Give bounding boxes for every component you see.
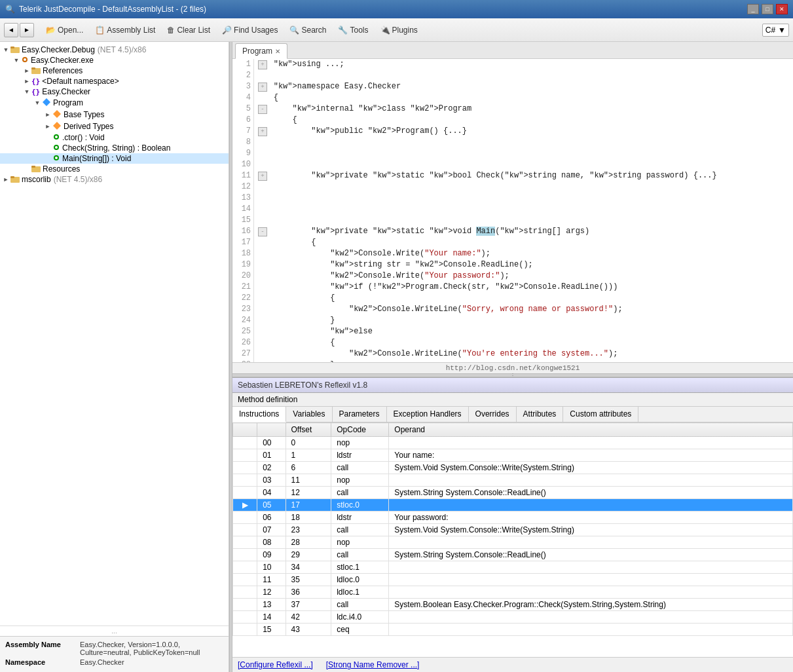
reflexil-tab-attributes[interactable]: Attributes xyxy=(517,407,564,422)
reflexil-tab-variables[interactable]: Variables xyxy=(286,407,332,422)
row-opcode: stloc.1 xyxy=(331,561,389,574)
expand-icon[interactable]: ► xyxy=(24,78,30,84)
row-arrow xyxy=(233,524,257,536)
tree-item-main-method[interactable]: Main(String[]) : Void xyxy=(0,153,229,164)
code-viewer[interactable]: 1+"kw">using ...;23+"kw">namespace Easy.… xyxy=(232,59,793,373)
expand-icon[interactable]: ► xyxy=(3,176,9,183)
search-button[interactable]: 🔍 Search xyxy=(284,23,331,37)
line-expand[interactable]: + xyxy=(254,81,271,92)
line-expand xyxy=(254,115,271,126)
tree-item-references[interactable]: ►References xyxy=(0,65,229,76)
instruction-row[interactable]: 000nop xyxy=(233,437,793,449)
reflexil-tab-instructions[interactable]: Instructions xyxy=(232,407,286,422)
instruction-row[interactable]: 0311nop xyxy=(233,474,793,487)
clear-list-button[interactable]: 🗑 Clear List xyxy=(162,23,215,37)
assembly-list-button[interactable]: 📋 Assembly List xyxy=(90,23,160,37)
tree-area[interactable]: ▼Easy.Checker.Debug(NET 4.5)/x86▼Easy.Ch… xyxy=(0,42,229,625)
instruction-row[interactable]: 1543ceq xyxy=(233,624,793,636)
instruction-row[interactable]: 0618ldstrYour password: xyxy=(233,512,793,524)
line-expand[interactable]: - xyxy=(254,226,271,237)
plugins-button[interactable]: 🔌 Plugins xyxy=(375,23,423,37)
expand-icon[interactable]: ▼ xyxy=(3,47,9,53)
minimize-button[interactable]: _ xyxy=(747,4,759,14)
instruction-row[interactable]: ▶0517stloc.0 xyxy=(233,499,793,512)
code-content: "kw">else xyxy=(271,326,793,337)
configure-reflexil-link[interactable]: [Configure Reflexil ...] xyxy=(238,660,313,669)
tree-item-base-types[interactable]: ►Base Types xyxy=(0,109,229,121)
tree-icon xyxy=(42,98,51,108)
svg-rect-5 xyxy=(31,67,35,69)
line-number: 25 xyxy=(232,326,254,337)
tab-program[interactable]: Program ✕ xyxy=(235,43,287,59)
line-number: 21 xyxy=(232,282,254,293)
line-expand xyxy=(254,159,271,170)
code-content xyxy=(271,137,793,148)
tree-item-ctor[interactable]: .ctor() : Void xyxy=(0,132,229,143)
open-button[interactable]: 📂 Open... xyxy=(41,23,88,37)
tree-item-label: Resources xyxy=(43,164,80,174)
line-expand[interactable]: + xyxy=(254,126,271,137)
instruction-row[interactable]: 011ldstrYour name: xyxy=(233,449,793,462)
bottom-panel: Sebastien LEBRETON's Reflexil v1.8 Metho… xyxy=(232,377,793,672)
tree-icon xyxy=(10,175,20,184)
line-expand[interactable]: + xyxy=(254,59,271,70)
row-offset: 43 xyxy=(286,624,331,636)
toolbar: ◄ ► 📂 Open... 📋 Assembly List 🗑 Clear Li… xyxy=(0,18,793,42)
reflexil-tab-overrides[interactable]: Overrides xyxy=(469,407,517,422)
code-line: 13 xyxy=(232,193,793,204)
tree-item-easy-checker-exe[interactable]: ▼Easy.Checker.exe xyxy=(0,55,229,65)
instruction-row[interactable]: 1034stloc.1 xyxy=(233,561,793,574)
tree-item-check-method[interactable]: Check(String, String) : Boolean xyxy=(0,143,229,153)
tree-item-easy-checker-debug[interactable]: ▼Easy.Checker.Debug(NET 4.5)/x86 xyxy=(0,45,229,55)
instruction-row[interactable]: 1442ldc.i4.0 xyxy=(233,611,793,624)
tree-item-mscorlib[interactable]: ►mscorlib(NET 4.5)/x86 xyxy=(0,174,229,185)
svg-point-14 xyxy=(55,157,58,159)
language-dropdown[interactable]: C# ▼ xyxy=(762,24,789,37)
instruction-row[interactable]: 0723callSystem.Void System.Console::Writ… xyxy=(233,524,793,536)
tree-item-easy-checker-ns[interactable]: ▼{}Easy.Checker xyxy=(0,86,229,97)
reflexil-tab-parameters[interactable]: Parameters xyxy=(333,407,387,422)
code-line: 19 "kw">string str = "kw2">Console.ReadL… xyxy=(232,259,793,271)
strong-name-remover-link[interactable]: [Strong Name Remover ...] xyxy=(326,660,420,669)
tree-item-label: Check(String, String) : Boolean xyxy=(62,143,170,153)
find-usages-button[interactable]: 🔎 Find Usages xyxy=(217,23,283,37)
row-operand xyxy=(389,574,793,586)
expand-icon[interactable]: ► xyxy=(45,123,51,130)
nav-back-button[interactable]: ◄ xyxy=(4,23,18,37)
expand-icon[interactable]: ▼ xyxy=(24,88,30,95)
expand-icon[interactable]: ► xyxy=(45,111,51,118)
tools-label: Tools xyxy=(350,26,368,35)
expand-icon[interactable]: ▼ xyxy=(34,100,41,106)
instruction-row[interactable]: 0929callSystem.String System.Console::Re… xyxy=(233,549,793,561)
instruction-row[interactable]: 1135ldloc.0 xyxy=(233,574,793,586)
code-line: 18 "kw2">Console.Write("Your name:"); xyxy=(232,248,793,259)
instruction-row[interactable]: 0412callSystem.String System.Console::Re… xyxy=(233,487,793,499)
reflexil-tab-custom-attributes[interactable]: Custom attributes xyxy=(563,407,638,422)
line-expand[interactable]: + xyxy=(254,170,271,181)
tree-item-derived-types[interactable]: ►Derived Types xyxy=(0,121,229,132)
tab-close-icon[interactable]: ✕ xyxy=(275,48,280,55)
code-content xyxy=(271,204,793,215)
instruction-row[interactable]: 1337callSystem.Boolean Easy.Checker.Prog… xyxy=(233,599,793,611)
reflexil-tab-exception-handlers[interactable]: Exception Handlers xyxy=(387,407,469,422)
tree-item-resources[interactable]: Resources xyxy=(0,164,229,174)
tree-item-default-namespace[interactable]: ►{}<Default namespace> xyxy=(0,76,229,86)
instruction-row[interactable]: 0828nop xyxy=(233,536,793,549)
expand-icon[interactable]: ▼ xyxy=(13,57,20,64)
line-number: 12 xyxy=(232,181,254,193)
line-expand xyxy=(254,215,271,226)
tree-icon xyxy=(10,45,20,54)
close-button[interactable]: ✕ xyxy=(776,4,788,14)
tree-item-program-class[interactable]: ▼Program xyxy=(0,97,229,109)
instruction-row[interactable]: 026callSystem.Void System.Console::Write… xyxy=(233,462,793,474)
instructions-table-wrap[interactable]: OffsetOpCodeOperand 000nop011ldstrYour n… xyxy=(232,422,793,657)
expand-icon[interactable]: ► xyxy=(24,67,30,74)
line-expand[interactable]: - xyxy=(254,103,271,115)
tools-button[interactable]: 🔧 Tools xyxy=(333,23,373,37)
maximize-button[interactable]: □ xyxy=(762,4,773,14)
line-number: 10 xyxy=(232,159,254,170)
row-offset: 11 xyxy=(286,474,331,487)
instruction-row[interactable]: 1236ldloc.1 xyxy=(233,586,793,599)
tree-item-label: References xyxy=(43,66,83,75)
nav-forward-button[interactable]: ► xyxy=(20,23,34,37)
